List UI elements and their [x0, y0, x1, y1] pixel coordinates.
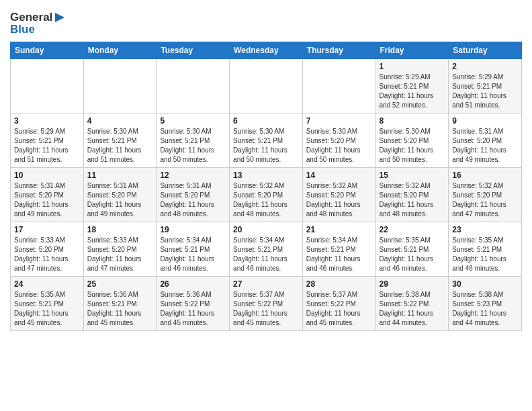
day-number: 25 [87, 279, 153, 289]
calendar-cell: 20Sunrise: 5:34 AM Sunset: 5:21 PM Dayli… [230, 222, 303, 277]
day-number: 5 [160, 116, 226, 126]
calendar-cell: 14Sunrise: 5:32 AM Sunset: 5:20 PM Dayli… [302, 168, 375, 222]
day-info: Sunrise: 5:32 AM Sunset: 5:20 PM Dayligh… [380, 181, 445, 219]
day-number: 21 [306, 225, 372, 234]
day-number: 13 [233, 171, 299, 180]
day-number: 2 [452, 62, 518, 71]
day-info: Sunrise: 5:30 AM Sunset: 5:21 PM Dayligh… [233, 127, 299, 165]
calendar-cell: 23Sunrise: 5:35 AM Sunset: 5:21 PM Dayli… [449, 222, 522, 277]
day-info: Sunrise: 5:35 AM Sunset: 5:21 PM Dayligh… [14, 290, 80, 328]
calendar-cell: 8Sunrise: 5:30 AM Sunset: 5:20 PM Daylig… [375, 113, 449, 168]
day-number: 17 [14, 225, 80, 234]
calendar-week-row: 3Sunrise: 5:29 AM Sunset: 5:21 PM Daylig… [11, 113, 522, 168]
day-number: 30 [452, 279, 518, 289]
day-number: 19 [160, 225, 226, 234]
calendar-cell: 15Sunrise: 5:32 AM Sunset: 5:20 PM Dayli… [375, 168, 449, 222]
day-info: Sunrise: 5:34 AM Sunset: 5:21 PM Dayligh… [306, 236, 372, 273]
weekday-header-wednesday: Wednesday [230, 42, 303, 59]
weekday-header-row: SundayMondayTuesdayWednesdayThursdayFrid… [11, 42, 522, 59]
calendar-cell: 5Sunrise: 5:30 AM Sunset: 5:21 PM Daylig… [157, 113, 230, 168]
day-info: Sunrise: 5:35 AM Sunset: 5:21 PM Dayligh… [380, 236, 445, 273]
day-number: 12 [160, 171, 226, 180]
day-number: 10 [14, 171, 80, 180]
day-info: Sunrise: 5:33 AM Sunset: 5:20 PM Dayligh… [87, 236, 153, 273]
day-info: Sunrise: 5:30 AM Sunset: 5:21 PM Dayligh… [160, 127, 226, 165]
weekday-header-thursday: Thursday [302, 42, 375, 59]
day-number: 27 [233, 279, 299, 289]
calendar-cell: 2Sunrise: 5:29 AM Sunset: 5:21 PM Daylig… [449, 59, 522, 113]
day-info: Sunrise: 5:31 AM Sunset: 5:20 PM Dayligh… [14, 181, 80, 219]
day-info: Sunrise: 5:29 AM Sunset: 5:21 PM Dayligh… [452, 73, 518, 110]
day-info: Sunrise: 5:36 AM Sunset: 5:21 PM Dayligh… [87, 290, 153, 328]
day-info: Sunrise: 5:36 AM Sunset: 5:22 PM Dayligh… [160, 290, 226, 328]
calendar-cell: 27Sunrise: 5:37 AM Sunset: 5:22 PM Dayli… [230, 277, 303, 331]
calendar-table: SundayMondayTuesdayWednesdayThursdayFrid… [10, 42, 522, 331]
page-header: General Blue [10, 7, 522, 36]
calendar-cell: 24Sunrise: 5:35 AM Sunset: 5:21 PM Dayli… [11, 277, 84, 331]
calendar-cell: 10Sunrise: 5:31 AM Sunset: 5:20 PM Dayli… [11, 168, 84, 222]
day-number: 28 [306, 279, 372, 289]
calendar-cell: 1Sunrise: 5:29 AM Sunset: 5:21 PM Daylig… [375, 59, 449, 113]
day-info: Sunrise: 5:30 AM Sunset: 5:20 PM Dayligh… [380, 127, 445, 165]
day-number: 9 [452, 116, 518, 126]
day-number: 1 [380, 62, 445, 71]
calendar-cell: 6Sunrise: 5:30 AM Sunset: 5:21 PM Daylig… [230, 113, 303, 168]
day-info: Sunrise: 5:29 AM Sunset: 5:21 PM Dayligh… [380, 73, 445, 110]
calendar-cell: 11Sunrise: 5:31 AM Sunset: 5:20 PM Dayli… [83, 168, 157, 222]
weekday-header-saturday: Saturday [449, 42, 522, 59]
day-number: 20 [233, 225, 299, 234]
calendar-cell: 12Sunrise: 5:31 AM Sunset: 5:20 PM Dayli… [157, 168, 230, 222]
day-number: 29 [380, 279, 445, 289]
calendar-week-row: 10Sunrise: 5:31 AM Sunset: 5:20 PM Dayli… [11, 168, 522, 222]
day-number: 3 [14, 116, 80, 126]
blue-flag-icon [54, 11, 66, 24]
calendar-cell: 21Sunrise: 5:34 AM Sunset: 5:21 PM Dayli… [302, 222, 375, 277]
calendar-week-row: 17Sunrise: 5:33 AM Sunset: 5:20 PM Dayli… [11, 222, 522, 277]
calendar-cell [302, 59, 375, 113]
logo: General Blue [10, 11, 66, 36]
day-number: 11 [87, 171, 153, 180]
day-number: 23 [452, 225, 518, 234]
day-info: Sunrise: 5:32 AM Sunset: 5:20 PM Dayligh… [452, 181, 518, 219]
day-number: 4 [87, 116, 153, 126]
day-number: 14 [306, 171, 372, 180]
calendar-cell: 13Sunrise: 5:32 AM Sunset: 5:20 PM Dayli… [230, 168, 303, 222]
calendar-cell: 26Sunrise: 5:36 AM Sunset: 5:22 PM Dayli… [157, 277, 230, 331]
calendar-cell: 18Sunrise: 5:33 AM Sunset: 5:20 PM Dayli… [83, 222, 157, 277]
calendar-cell: 30Sunrise: 5:38 AM Sunset: 5:23 PM Dayli… [449, 277, 522, 331]
calendar-cell: 28Sunrise: 5:37 AM Sunset: 5:22 PM Dayli… [302, 277, 375, 331]
calendar-week-row: 24Sunrise: 5:35 AM Sunset: 5:21 PM Dayli… [11, 277, 522, 331]
calendar-cell [11, 59, 84, 113]
day-info: Sunrise: 5:32 AM Sunset: 5:20 PM Dayligh… [233, 181, 299, 219]
weekday-header-sunday: Sunday [11, 42, 84, 59]
calendar-week-row: 1Sunrise: 5:29 AM Sunset: 5:21 PM Daylig… [11, 59, 522, 113]
calendar-cell: 3Sunrise: 5:29 AM Sunset: 5:21 PM Daylig… [11, 113, 84, 168]
calendar-cell: 22Sunrise: 5:35 AM Sunset: 5:21 PM Dayli… [375, 222, 449, 277]
weekday-header-friday: Friday [375, 42, 449, 59]
calendar-cell: 4Sunrise: 5:30 AM Sunset: 5:21 PM Daylig… [83, 113, 157, 168]
day-info: Sunrise: 5:29 AM Sunset: 5:21 PM Dayligh… [14, 127, 80, 165]
day-info: Sunrise: 5:37 AM Sunset: 5:22 PM Dayligh… [306, 290, 372, 328]
day-number: 18 [87, 225, 153, 234]
day-number: 8 [380, 116, 445, 126]
day-number: 7 [306, 116, 372, 126]
calendar-cell: 7Sunrise: 5:30 AM Sunset: 5:20 PM Daylig… [302, 113, 375, 168]
day-number: 24 [14, 279, 80, 289]
calendar-cell: 16Sunrise: 5:32 AM Sunset: 5:20 PM Dayli… [449, 168, 522, 222]
day-info: Sunrise: 5:38 AM Sunset: 5:23 PM Dayligh… [452, 290, 518, 328]
day-number: 15 [380, 171, 445, 180]
svg-marker-0 [55, 13, 64, 22]
weekday-header-tuesday: Tuesday [157, 42, 230, 59]
day-info: Sunrise: 5:32 AM Sunset: 5:20 PM Dayligh… [306, 181, 372, 219]
weekday-header-monday: Monday [83, 42, 157, 59]
day-info: Sunrise: 5:34 AM Sunset: 5:21 PM Dayligh… [160, 236, 226, 273]
calendar-cell: 25Sunrise: 5:36 AM Sunset: 5:21 PM Dayli… [83, 277, 157, 331]
calendar-cell: 9Sunrise: 5:31 AM Sunset: 5:20 PM Daylig… [449, 113, 522, 168]
day-number: 26 [160, 279, 226, 289]
day-number: 16 [452, 171, 518, 180]
day-info: Sunrise: 5:33 AM Sunset: 5:20 PM Dayligh… [14, 236, 80, 273]
calendar-cell [230, 59, 303, 113]
calendar-cell: 19Sunrise: 5:34 AM Sunset: 5:21 PM Dayli… [157, 222, 230, 277]
day-info: Sunrise: 5:34 AM Sunset: 5:21 PM Dayligh… [233, 236, 299, 273]
day-info: Sunrise: 5:30 AM Sunset: 5:20 PM Dayligh… [306, 127, 372, 165]
